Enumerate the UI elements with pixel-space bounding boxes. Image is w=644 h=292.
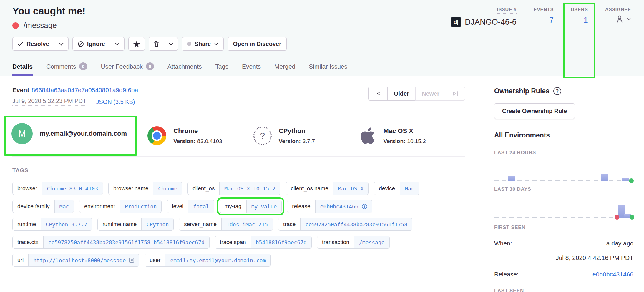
release-info-icon[interactable] <box>362 204 367 209</box>
tag-value[interactable]: ce5978250aff4438ba283e91561f1758-b541881… <box>44 236 209 248</box>
tag-key[interactable]: trace.ctx <box>13 236 44 248</box>
sparkline-bar <box>508 176 515 181</box>
assignee-dropdown[interactable] <box>605 14 631 24</box>
ownership-rules-header: Ownership Rules ? <box>494 87 633 95</box>
tab-label: Comments <box>46 63 76 70</box>
tag-key[interactable]: client_os <box>188 182 220 195</box>
tag-value[interactable]: b5418816f9aec67d <box>251 236 311 248</box>
first-seen-relative: a day ago <box>606 240 633 248</box>
tag-value[interactable]: e0b0bc431466 <box>316 200 372 213</box>
tab-user-feedback[interactable]: User Feedback0 <box>101 62 154 76</box>
tag-value[interactable]: Mac OS X 10.15.2 <box>220 182 280 195</box>
stat-events: EVENTS 7 <box>534 7 554 76</box>
context-card-runtime: ? CPython Version:3.7.7 <box>253 127 359 145</box>
version-value: 10.15.2 <box>407 138 426 144</box>
share-button[interactable]: Share <box>182 37 224 51</box>
tag-key[interactable]: trace <box>278 218 301 230</box>
tag-value[interactable]: ce5978250aff4438ba283e91561f1758 <box>301 218 412 230</box>
external-link-icon[interactable] <box>129 258 134 263</box>
tag-value[interactable]: Chrome <box>153 182 182 195</box>
tag-key[interactable]: my-tag <box>220 200 247 213</box>
event-label: Event <box>12 87 29 93</box>
tab-attachments[interactable]: Attachments <box>167 62 202 76</box>
tag-key[interactable]: browser.name <box>109 182 153 195</box>
create-ownership-rule-button[interactable]: Create Ownership Rule <box>494 103 575 119</box>
json-download-link[interactable]: JSON (3.5 KB) <box>96 99 135 105</box>
tag-key[interactable]: transaction <box>317 236 354 248</box>
delete-button[interactable] <box>149 37 164 51</box>
tag-key[interactable]: user <box>145 254 165 266</box>
tag-value[interactable]: /message <box>354 236 389 248</box>
version-label: Version: <box>173 138 195 144</box>
tag-value[interactable]: Mac OS X <box>333 182 369 195</box>
users-count[interactable]: 1 <box>571 16 588 25</box>
tag-value[interactable]: email:my.email@your.domain.com <box>165 254 270 266</box>
tag-key[interactable]: environment <box>79 200 120 213</box>
events-count[interactable]: 7 <box>534 16 554 25</box>
version-label: Version: <box>279 138 301 144</box>
tag-key[interactable]: trace.span <box>215 236 251 248</box>
resolve-dropdown-button[interactable] <box>54 37 69 51</box>
environments-title: All Environments <box>494 131 633 139</box>
last-seen-label: LAST SEEN <box>494 288 633 292</box>
tag-value[interactable]: Chrome 83.0.4103 <box>42 182 103 195</box>
tag-key[interactable]: release <box>287 200 315 213</box>
tag-key[interactable]: device <box>374 182 400 195</box>
tag-key[interactable]: runtime.name <box>98 218 142 230</box>
tag-value[interactable]: Production <box>120 200 161 213</box>
older-event-button[interactable]: Older <box>387 87 416 101</box>
culprit-row: /message <box>12 21 287 30</box>
tag-value[interactable]: Mac <box>55 200 74 213</box>
browser-version: Version:83.0.4103 <box>173 138 222 145</box>
event-meta: Jul 9, 2020 5:32:23 PM PDT JSON (3.5 KB) <box>12 98 138 106</box>
ignore-dropdown-button[interactable] <box>110 37 125 51</box>
tag-value[interactable]: my value <box>247 200 282 213</box>
tag-value-text: Mac OS X <box>338 185 364 192</box>
check-icon <box>18 42 23 46</box>
skip-to-newest-button[interactable] <box>446 87 465 101</box>
tag-value[interactable]: Idos-iMac-215 <box>222 218 273 230</box>
tag-value-text: b5418816f9aec67d <box>256 239 307 245</box>
tab-merged[interactable]: Merged <box>274 62 295 76</box>
tag-key[interactable]: level <box>167 200 188 213</box>
tag-key[interactable]: server_name <box>179 218 222 230</box>
tag-key[interactable]: browser <box>13 182 42 195</box>
tag-value[interactable]: http://localhost:8000/message <box>29 254 139 266</box>
tab-tags[interactable]: Tags <box>215 62 228 76</box>
first-seen-release-row: Release: e0b0bc431466 <box>494 271 633 278</box>
os-info: Mac OS X Version:10.15.2 <box>383 127 426 145</box>
tab-details[interactable]: Details <box>12 62 33 76</box>
bookmark-star-button[interactable] <box>128 37 145 51</box>
resolve-button[interactable]: Resolve <box>12 37 54 51</box>
tag-value[interactable]: fatal <box>188 200 214 213</box>
tag-value-text: Mac OS X 10.15.2 <box>224 185 275 192</box>
tag-key[interactable]: client_os.name <box>286 182 333 195</box>
tag-value[interactable]: Mac <box>400 182 419 195</box>
oldest-event-button[interactable] <box>368 87 388 101</box>
tab-comments[interactable]: Comments0 <box>46 62 87 76</box>
release-link[interactable]: e0b0bc431466 <box>592 271 633 278</box>
tag-value[interactable]: CPython 3.7.7 <box>41 218 92 230</box>
event-details-panel: Event86684fa63aa047e7a0540801a9d9f6ba Ju… <box>0 76 477 292</box>
tag-key[interactable]: url <box>13 254 29 266</box>
issue-id-row: dj DJANGO-46-6 <box>451 17 517 27</box>
tag-value-text: my value <box>251 203 277 210</box>
tag-value[interactable]: CPython <box>142 218 173 230</box>
skip-to-newest-icon <box>452 91 459 96</box>
tab-events[interactable]: Events <box>242 62 261 76</box>
open-in-discover-button[interactable]: Open in Discover <box>228 37 287 51</box>
newer-event-button[interactable]: Newer <box>415 87 446 101</box>
star-icon <box>133 41 140 47</box>
tag-key[interactable]: runtime <box>13 218 41 230</box>
tag-pill-browser.name: browser.nameChrome <box>108 182 182 195</box>
delete-dropdown-button[interactable] <box>164 37 178 51</box>
context-card-user: M my.email@your.domain.com <box>4 116 137 156</box>
version-value: 3.7.7 <box>303 138 315 144</box>
ignore-button[interactable]: Ignore <box>72 37 110 51</box>
help-icon[interactable]: ? <box>553 87 561 95</box>
event-pagination: Older Newer <box>369 87 465 101</box>
tag-key[interactable]: device.family <box>13 200 55 213</box>
tag-pill-runtime: runtimeCPython 3.7.7 <box>12 218 92 231</box>
event-id-link[interactable]: 86684fa63aa047e7a0540801a9d9f6ba <box>31 87 138 93</box>
tab-similar-issues[interactable]: Similar Issues <box>309 62 347 76</box>
